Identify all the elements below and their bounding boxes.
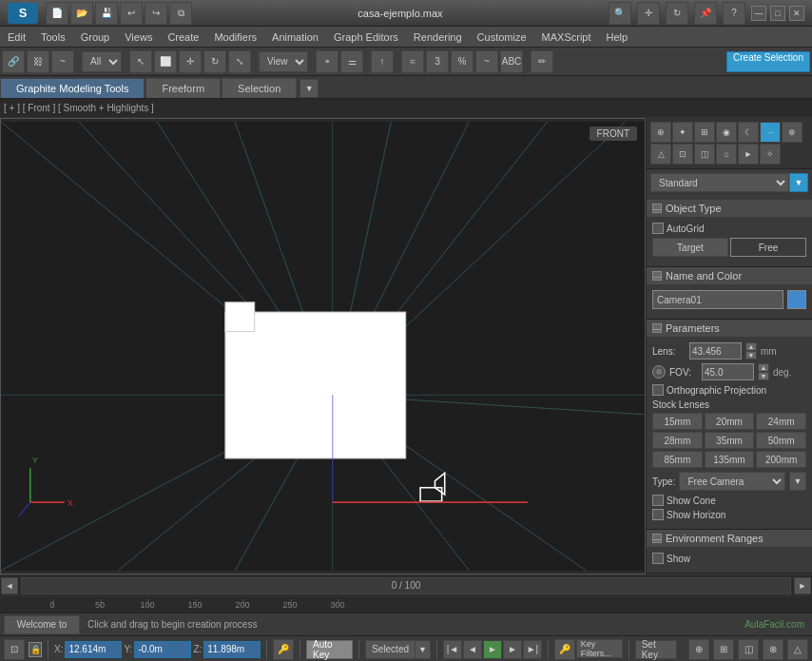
z-coord-input[interactable] <box>203 641 261 658</box>
ortho-checkbox[interactable] <box>652 384 664 396</box>
x-coord-input[interactable] <box>65 641 122 658</box>
bind-icon[interactable]: ~ <box>51 50 74 73</box>
rp-icon-8[interactable]: ⊡ <box>672 144 693 165</box>
standard-dropdown[interactable]: Standard <box>650 173 789 192</box>
tl-left-btn[interactable]: ◄ <box>1 577 18 594</box>
lens-35mm[interactable]: 35mm <box>705 432 755 449</box>
object-type-header[interactable]: — Object Type <box>647 200 812 217</box>
name-color-collapse[interactable]: — <box>652 271 662 281</box>
tab-selection[interactable]: Selection <box>222 78 297 98</box>
fov-input[interactable] <box>702 363 754 380</box>
tab-graphite-modeling-tools[interactable]: Graphite Modeling Tools <box>0 78 145 98</box>
num3-icon[interactable]: 3 <box>426 50 449 73</box>
lock-icon[interactable]: 🔒 <box>29 642 42 657</box>
rotate-icon[interactable]: ↻ <box>666 2 688 25</box>
filter-dropdown[interactable]: All <box>82 51 122 72</box>
fov-circle-icon[interactable]: ⊙ <box>652 365 666 379</box>
pencil-icon[interactable]: ✏ <box>531 50 553 73</box>
env-ranges-header[interactable]: — Environment Ranges <box>647 530 812 547</box>
menu-graph-editors[interactable]: Graph Editors <box>326 29 406 45</box>
ref-btn[interactable]: ⧉ <box>169 2 192 25</box>
link-icon[interactable]: 🔗 <box>2 50 25 73</box>
menu-tools[interactable]: Tools <box>33 29 73 45</box>
rp-icon-12[interactable]: ✧ <box>760 144 781 165</box>
rp-icon-7[interactable]: △ <box>650 144 671 165</box>
go-start-btn[interactable]: |◄ <box>443 640 462 659</box>
type-dropdown[interactable]: Free Camera <box>679 472 785 491</box>
rp-icon-11[interactable]: ► <box>738 144 759 165</box>
show-horizon-checkbox[interactable] <box>652 509 664 520</box>
lens-135mm[interactable]: 135mm <box>705 451 755 468</box>
unlink-icon[interactable]: ⛓ <box>27 50 49 73</box>
tab-freeform[interactable]: Freeform <box>145 78 221 98</box>
bb-icon-5[interactable]: △ <box>787 639 808 660</box>
target-button[interactable]: Target <box>652 238 728 257</box>
rp-icon-10[interactable]: ⌂ <box>716 144 737 165</box>
play-btn[interactable]: ► <box>483 640 502 659</box>
new-btn[interactable]: 📄 <box>46 2 68 25</box>
bb-icon-4[interactable]: ⊗ <box>763 639 783 660</box>
show-cone-checkbox[interactable] <box>652 495 664 506</box>
tilde-icon[interactable]: ~ <box>475 50 498 73</box>
menu-rendering[interactable]: Rendering <box>406 29 470 45</box>
align-icon[interactable]: ⚌ <box>340 50 363 73</box>
mirror-icon[interactable]: ⚬ <box>316 50 338 73</box>
help-icon[interactable]: ? <box>723 2 745 25</box>
menu-customize[interactable]: Customize <box>470 29 534 45</box>
menu-create[interactable]: Create <box>160 29 206 45</box>
lens-24mm[interactable]: 24mm <box>756 413 806 430</box>
rotate-icon[interactable]: ↻ <box>203 50 226 73</box>
next-frame-btn[interactable]: ► <box>503 640 522 659</box>
type-dropdown-arrow[interactable]: ▼ <box>789 472 806 491</box>
parameters-collapse[interactable]: — <box>652 323 662 333</box>
scale-icon[interactable]: ⤡ <box>228 50 251 73</box>
key-filters-icon[interactable]: 🔑 <box>554 639 575 660</box>
rp-icon-0[interactable]: ⊕ <box>650 122 671 143</box>
env-show-checkbox[interactable] <box>652 553 664 564</box>
open-btn[interactable]: 📂 <box>70 2 93 25</box>
timeline-slider[interactable]: 0 / 100 <box>21 577 791 594</box>
menu-animation[interactable]: Animation <box>264 29 326 45</box>
y-coord-input[interactable] <box>134 641 191 658</box>
lens-50mm[interactable]: 50mm <box>756 432 806 449</box>
create-selection-button[interactable]: Create Selection <box>726 51 810 72</box>
color-swatch[interactable] <box>787 290 806 309</box>
select-icon[interactable]: ↖ <box>129 50 152 73</box>
standard-dropdown-arrow[interactable]: ▼ <box>789 173 808 192</box>
aulafacil-link[interactable]: AulaFacil.com <box>744 619 804 630</box>
lens-up-btn[interactable]: ▲ <box>745 342 757 351</box>
rp-icon-1[interactable]: ✦ <box>672 122 693 143</box>
key-icon[interactable]: 🔑 <box>273 639 294 660</box>
pin-icon[interactable]: 📌 <box>694 2 717 25</box>
menu-help[interactable]: Help <box>599 29 636 45</box>
rp-icon-9[interactable]: ◫ <box>694 144 715 165</box>
undo-btn[interactable]: ↩ <box>120 2 143 25</box>
selected-dropdown-arrow[interactable]: ▼ <box>416 640 431 659</box>
lens-85mm[interactable]: 85mm <box>652 451 703 468</box>
lens-20mm[interactable]: 20mm <box>705 413 755 430</box>
key-filters-button[interactable]: Key Filters... <box>576 639 623 658</box>
layer-icon[interactable]: ↑ <box>371 50 394 73</box>
free-button[interactable]: Free <box>730 238 806 257</box>
rp-icon-5[interactable]: → <box>760 122 781 143</box>
menu-edit[interactable]: Edit <box>0 29 33 45</box>
viewport[interactable]: X Y FRONT <box>0 118 646 574</box>
view-dropdown[interactable]: View <box>259 51 308 72</box>
lens-15mm[interactable]: 15mm <box>652 413 703 430</box>
select-region-icon[interactable]: ⬜ <box>154 50 177 73</box>
menu-modifiers[interactable]: Modifiers <box>206 29 264 45</box>
rp-icon-6[interactable]: ⊗ <box>782 122 802 143</box>
env-ranges-collapse[interactable]: — <box>652 534 662 543</box>
fov-down-btn[interactable]: ▼ <box>758 372 769 380</box>
move-icon[interactable]: ✛ <box>637 2 660 25</box>
prev-frame-btn[interactable]: ◄ <box>463 640 482 659</box>
bb-icon-2[interactable]: ⊞ <box>713 639 734 660</box>
close-button[interactable]: ✕ <box>789 6 804 21</box>
redo-btn[interactable]: ↪ <box>145 2 167 25</box>
abc-icon[interactable]: ABC <box>500 50 523 73</box>
object-type-collapse[interactable]: — <box>652 204 662 213</box>
minimize-button[interactable]: — <box>751 6 766 21</box>
anim-mode-icon[interactable]: ⊡ <box>4 639 25 660</box>
search-icon[interactable]: 🔍 <box>609 2 631 25</box>
graph-icon[interactable]: ≈ <box>401 50 424 73</box>
